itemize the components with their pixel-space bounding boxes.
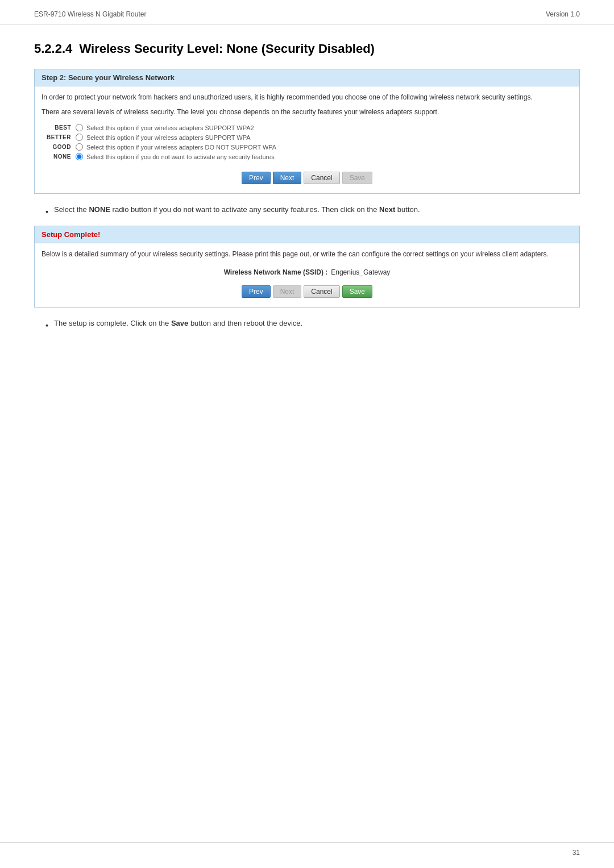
ssid-label: Wireless Network Name (SSID) : <box>224 268 328 276</box>
wizard-box-1-para1: In order to protect your network from ha… <box>42 92 572 102</box>
bullet-marker-2: ▪ <box>45 319 48 331</box>
security-desc-better: Select this option if your wireless adap… <box>86 134 251 141</box>
prev-button-2[interactable]: Prev <box>242 285 271 298</box>
wizard-box-2: Setup Complete! Below is a detailed summ… <box>34 226 580 308</box>
security-row-none: NONE Select this option if you do not wa… <box>42 152 572 161</box>
wizard-box-2-buttons: Prev Next Cancel Save <box>42 281 572 301</box>
wizard-box-1-body: In order to protect your network from ha… <box>35 86 579 193</box>
security-levels-table: BEST Select this option if your wireless… <box>42 123 572 161</box>
page-content: 5.2.2.4 Wireless Security Level: None (S… <box>0 24 614 357</box>
security-row-better: BETTER Select this option if your wirele… <box>42 132 572 142</box>
security-row-best: BEST Select this option if your wireless… <box>42 123 572 132</box>
section-title: 5.2.2.4 Wireless Security Level: None (S… <box>34 41 580 56</box>
save-button-1: Save <box>342 172 372 184</box>
bullet-section-1: ▪ Select the NONE radio button if you do… <box>34 204 580 218</box>
bullet-item-2: ▪ The setup is complete. Click on the Sa… <box>45 318 580 331</box>
save-button-2[interactable]: Save <box>342 285 372 298</box>
wizard-box-1-para2: There are several levels of wireless sec… <box>42 107 572 117</box>
cancel-button-2[interactable]: Cancel <box>304 285 339 298</box>
security-row-good: GOOD Select this option if your wireless… <box>42 142 572 152</box>
bullet-text-2: The setup is complete. Click on the Save… <box>54 318 302 330</box>
header-left: ESR-9710 Wireless N Gigabit Router <box>34 10 146 18</box>
bullet-bold-none: NONE <box>89 205 110 214</box>
security-desc-good: Select this option if your wireless adap… <box>86 144 276 151</box>
cancel-button-1[interactable]: Cancel <box>304 172 339 184</box>
security-radio-better[interactable] <box>76 134 83 141</box>
page-header: ESR-9710 Wireless N Gigabit Router Versi… <box>0 0 614 24</box>
bullet-bold-save: Save <box>171 319 188 327</box>
security-desc-none: Select this option if you do not want to… <box>86 153 275 160</box>
bullet-text-1: Select the NONE radio button if you do n… <box>54 204 420 216</box>
security-radio-good[interactable] <box>76 143 83 151</box>
wizard-box-1-buttons: Prev Next Cancel Save <box>42 167 572 188</box>
page-footer: 31 <box>0 842 614 857</box>
wizard-box-1-header: Step 2: Secure your Wireless Network <box>35 69 579 86</box>
prev-button-1[interactable]: Prev <box>242 172 271 184</box>
bullet-item-1: ▪ Select the NONE radio button if you do… <box>45 204 580 218</box>
ssid-value: Engenius_Gateway <box>331 268 390 276</box>
wizard-box-1: Step 2: Secure your Wireless Network In … <box>34 69 580 194</box>
security-label-good: GOOD <box>42 144 76 150</box>
security-radio-best[interactable] <box>76 124 83 131</box>
security-label-better: BETTER <box>42 134 76 140</box>
page-number: 31 <box>572 849 580 857</box>
next-button-2: Next <box>273 285 302 298</box>
bullet-section-2: ▪ The setup is complete. Click on the Sa… <box>34 318 580 331</box>
wizard-box-2-body: Below is a detailed summary of your wire… <box>35 243 579 307</box>
wizard-box-2-header: Setup Complete! <box>35 226 579 243</box>
security-desc-best: Select this option if your wireless adap… <box>86 124 254 131</box>
bullet-bold-next: Next <box>379 205 395 214</box>
bullet-marker-1: ▪ <box>45 205 48 218</box>
ssid-row: Wireless Network Name (SSID) : Engenius_… <box>42 264 572 281</box>
security-radio-none[interactable] <box>76 153 83 160</box>
security-label-none: NONE <box>42 153 76 160</box>
wizard-box-2-para: Below is a detailed summary of your wire… <box>42 249 572 259</box>
next-button-1[interactable]: Next <box>273 172 302 184</box>
security-label-best: BEST <box>42 124 76 131</box>
header-right: Version 1.0 <box>546 10 580 18</box>
